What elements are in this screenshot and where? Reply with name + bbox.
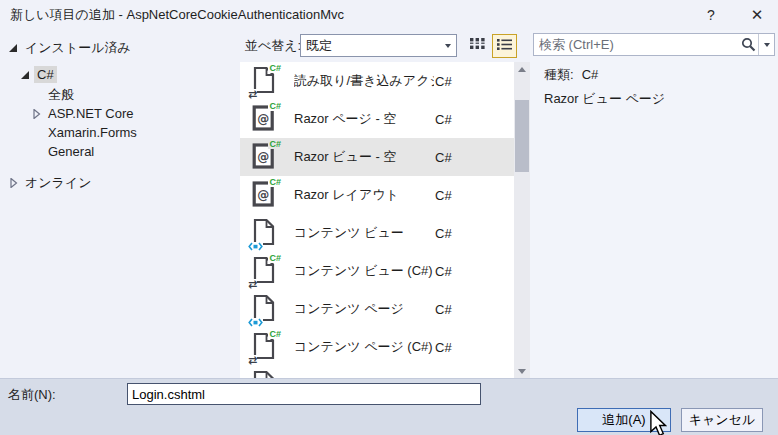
- template-item-language: C#: [435, 302, 452, 317]
- template-item-language: C#: [435, 150, 452, 165]
- template-item-label: 読み取り/書き込みアクション...: [294, 72, 434, 90]
- tree-item-label: インストール済み: [22, 38, 134, 58]
- sort-value: 既定: [301, 37, 440, 55]
- tree-item[interactable]: C#: [0, 65, 240, 84]
- close-button[interactable]: ✕: [738, 0, 776, 30]
- type-label: 種類:: [544, 67, 574, 82]
- template-item-language: C#: [435, 264, 452, 279]
- cancel-button[interactable]: キャンセル: [681, 408, 763, 432]
- add-button[interactable]: 追加(A): [577, 408, 671, 432]
- dialog-title: 新しい項目の追加 - AspNetCoreCookieAuthenticatio…: [10, 0, 344, 30]
- tree-item-label: General: [45, 143, 97, 160]
- svg-text:@: @: [257, 188, 269, 202]
- template-list: ⇄C#読み取り/書き込みアクション...C#@C#Razor ページ - 空C#…: [240, 62, 514, 378]
- template-item-language: C#: [435, 226, 452, 241]
- template-item-language: C#: [435, 112, 452, 127]
- scaffold-csharp-document-icon: ⇄C#: [252, 66, 278, 96]
- template-item-label: コンテンツ ページ (C#): [294, 338, 434, 356]
- template-item-label: Razor ページ - 空: [294, 110, 434, 128]
- name-input[interactable]: [127, 383, 481, 405]
- template-item-language: C#: [435, 188, 452, 203]
- expanded-triangle-icon[interactable]: [20, 70, 34, 80]
- scaffold-csharp-document-icon: ⇄C#: [252, 332, 278, 362]
- template-item[interactable]: @C#Razor レイアウトC#: [240, 176, 514, 214]
- template-item-label: コンテンツ ビュー (C#): [294, 262, 434, 280]
- details-column: 種類:C# Razor ビュー ページ: [530, 30, 778, 378]
- content-markup-document-icon: [252, 294, 278, 324]
- template-item[interactable]: ⇄C#読み取り/書き込みアクション...C#: [240, 62, 514, 100]
- template-column: 並べ替え: 既定: [240, 30, 530, 378]
- search-input[interactable]: [534, 37, 739, 52]
- list-toolbar: 並べ替え: 既定: [240, 30, 530, 62]
- tree-item[interactable]: ASP.NET Core: [0, 104, 240, 123]
- template-item-label: コンテンツ ページ: [294, 300, 434, 318]
- type-value: C#: [582, 67, 599, 82]
- template-description: Razor ビュー ページ: [544, 90, 778, 107]
- svg-text:@: @: [257, 112, 269, 126]
- template-item-label: コンテンツ ビュー: [294, 224, 434, 242]
- tree-item[interactable]: 全般: [0, 85, 240, 104]
- search-options-chevron-icon[interactable]: [759, 43, 774, 47]
- scrollbar-thumb[interactable]: [515, 100, 529, 172]
- template-item[interactable]: @C#Razor ビュー - 空C#: [240, 138, 514, 176]
- search-icon[interactable]: [739, 37, 758, 52]
- tree-item-label: ASP.NET Core: [45, 105, 137, 122]
- list-view-button[interactable]: [492, 34, 517, 58]
- small-icons-view-button[interactable]: [465, 34, 490, 58]
- expanded-triangle-icon[interactable]: [8, 43, 22, 53]
- template-item[interactable]: [240, 366, 514, 378]
- search-box[interactable]: [533, 33, 775, 56]
- content-markup-document-icon: [252, 218, 278, 248]
- list-scrollbar[interactable]: [514, 62, 530, 378]
- tree-item-label: Xamarin.Forms: [45, 124, 140, 141]
- chevron-down-icon: [440, 44, 456, 48]
- tree-item-label: C#: [34, 66, 57, 83]
- help-button[interactable]: ?: [692, 0, 730, 30]
- template-item[interactable]: ⇄C#コンテンツ ビュー (C#)C#: [240, 252, 514, 290]
- template-item-label: Razor レイアウト: [294, 186, 434, 204]
- template-item[interactable]: ⇄C#コンテンツ ページ (C#)C#: [240, 328, 514, 366]
- collapsed-triangle-icon[interactable]: [31, 109, 45, 119]
- tree-item[interactable]: オンライン: [0, 173, 240, 192]
- add-new-item-dialog: 新しい項目の追加 - AspNetCoreCookieAuthenticatio…: [0, 0, 778, 435]
- tree-item-label: オンライン: [22, 173, 95, 193]
- template-item-language: C#: [435, 74, 452, 89]
- sort-label: 並べ替え:: [245, 35, 301, 57]
- tree-item-label: 全般: [45, 85, 77, 105]
- razor-at-document-icon: @C#: [252, 142, 278, 172]
- template-item-language: C#: [435, 340, 452, 355]
- template-item-label: Razor ビュー - 空: [294, 148, 434, 166]
- list-view-icon: [497, 38, 512, 54]
- template-item[interactable]: @C#Razor ページ - 空C#: [240, 100, 514, 138]
- razor-at-document-icon: @C#: [252, 104, 278, 134]
- category-tree: インストール済みC#全般ASP.NET CoreXamarin.FormsGen…: [0, 30, 240, 378]
- content-markup-document-icon: [252, 370, 278, 378]
- scroll-down-icon[interactable]: [514, 364, 530, 378]
- footer-bar: 名前(N): 追加(A) キャンセル: [0, 378, 778, 435]
- small-icons-view-icon: [470, 38, 485, 54]
- collapsed-triangle-icon[interactable]: [8, 178, 22, 188]
- template-item[interactable]: コンテンツ ページC#: [240, 290, 514, 328]
- razor-at-document-icon: @C#: [252, 180, 278, 210]
- title-bar[interactable]: 新しい項目の追加 - AspNetCoreCookieAuthenticatio…: [0, 0, 778, 30]
- scroll-up-icon[interactable]: [514, 62, 530, 76]
- tree-item[interactable]: インストール済み: [0, 38, 240, 57]
- scaffold-csharp-document-icon: ⇄C#: [252, 256, 278, 286]
- tree-item[interactable]: General: [0, 142, 240, 161]
- svg-text:@: @: [257, 150, 269, 164]
- tree-item[interactable]: Xamarin.Forms: [0, 123, 240, 142]
- name-label: 名前(N):: [8, 386, 56, 404]
- template-item[interactable]: コンテンツ ビューC#: [240, 214, 514, 252]
- sort-dropdown[interactable]: 既定: [300, 34, 457, 57]
